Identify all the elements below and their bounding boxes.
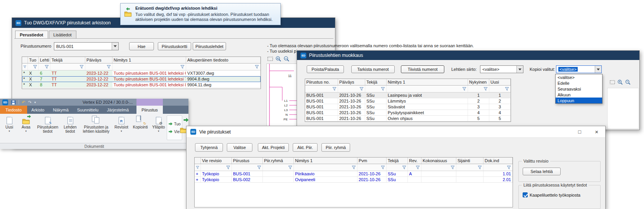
- customize-toolbar-icon[interactable]: ▾: [34, 100, 36, 104]
- tab-lisatiedot[interactable]: Lisätiedot: [49, 31, 76, 38]
- zoom-in-icon[interactable]: [617, 79, 623, 85]
- filter-cell[interactable]: [338, 86, 365, 92]
- col-header-sijainti[interactable]: Sijainti: [456, 158, 483, 164]
- col-header-kokonaisuus[interactable]: Kokonaisuus: [421, 158, 456, 164]
- table-row[interactable]: * X 8 TT 2023-12-22 Tuotu piirustuksen B…: [22, 82, 261, 88]
- filter-cell[interactable]: [387, 164, 408, 171]
- akt-piir-button[interactable]: Akt. Piir.: [293, 143, 318, 152]
- cell-expand[interactable]: +: [195, 171, 201, 176]
- filter-cell[interactable]: [408, 164, 421, 171]
- tab-perustiedot[interactable]: Perustiedot: [15, 31, 48, 39]
- table-row[interactable]: + Työkopio BUS-001 Piirikaavio 2021-10-2…: [195, 171, 513, 177]
- filter-cell[interactable]: [112, 63, 186, 70]
- lehtien-siirto-combobox[interactable]: <valitse>: [480, 65, 523, 73]
- table-row[interactable]: BUS-001 2021-10-26 SSu Ovien ohjaus 5 5: [305, 116, 511, 122]
- filter-cell[interactable]: [365, 86, 387, 92]
- export-arrow-icon[interactable]: [183, 117, 188, 123]
- table-row[interactable]: BUS-001 2021-10-26 SSu Pysäytyspainikkee…: [305, 110, 511, 116]
- col-header-paivays[interactable]: Päiväys: [85, 57, 112, 63]
- yllapito-button[interactable]: ⚙ Ylläpito ▾: [150, 115, 167, 132]
- col-header-nykyinen[interactable]: Nykyinen: [468, 79, 489, 85]
- filter-cell[interactable]: [468, 86, 489, 92]
- dropdown-option[interactable]: Seuraavaksi: [556, 86, 602, 92]
- dropdown-option[interactable]: Edelle: [556, 80, 602, 86]
- lehden-tiedot-button[interactable]: Lehden tiedot: [60, 115, 80, 134]
- col-header-dokind[interactable]: Dok.ind: [483, 158, 513, 164]
- tab-piirustus[interactable]: Piirustus: [136, 106, 163, 114]
- table-row[interactable]: + Työkopio BUS-002 Ovipaneeli 2021-10-26…: [195, 177, 513, 183]
- tab-arkisto[interactable]: Arkisto: [27, 106, 49, 114]
- col-header-vie-revisio[interactable]: Vie revisio: [201, 158, 232, 164]
- zoom-in-icon[interactable]: [275, 56, 281, 62]
- vie-button[interactable]: Vie: [168, 129, 181, 134]
- redo-icon[interactable]: ↷: [28, 100, 31, 104]
- piirustuskortti-button[interactable]: Piirustuskortti: [158, 42, 191, 50]
- checkbox-checked-icon[interactable]: [523, 192, 528, 197]
- col-header-no[interactable]: Piirustus no.: [305, 79, 338, 85]
- dropdown-option[interactable]: <valitse>: [556, 74, 602, 80]
- dropdown-option-selected[interactable]: Loppuun: [556, 98, 602, 103]
- sheets-dialog-titlebar[interactable]: ED Piirustuslehtien muokkaus: [297, 51, 639, 60]
- piirustusten-kasittely-button[interactable]: Piirustusten ja lehtien käsittely: [81, 115, 112, 134]
- zoom-out-icon[interactable]: [625, 79, 631, 85]
- tiivista-numerot-button[interactable]: Tiivistä numerot: [401, 65, 444, 73]
- filter-cell[interactable]: [28, 63, 39, 70]
- col-header-mark[interactable]: [22, 57, 28, 63]
- kopioi-valitut-combobox[interactable]: <valitse>: [556, 65, 602, 73]
- col-header-tekija[interactable]: Tekijä: [365, 79, 387, 85]
- export-dialog-titlebar[interactable]: ED Vie piirustukset □ ×: [186, 126, 605, 138]
- avaa-button[interactable]: Avaa ▾: [18, 115, 34, 132]
- piir-ryhma-button[interactable]: Piir. ryhmä: [321, 143, 350, 152]
- col-header-piirustus[interactable]: Piirustus: [232, 158, 263, 164]
- col-header-paivays[interactable]: Päiväys: [338, 79, 365, 85]
- col-header-mark[interactable]: [195, 158, 201, 164]
- chevron-down-icon[interactable]: [112, 43, 118, 50]
- filter-cell[interactable]: [294, 164, 357, 171]
- maximize-button[interactable]: □: [571, 126, 588, 137]
- close-button[interactable]: ×: [588, 126, 605, 137]
- table-row[interactable]: BUS-001 2021-10-26 SSu Lasinpesu ja valo…: [305, 93, 511, 98]
- filter-cell[interactable]: [50, 63, 85, 70]
- revisiot-button[interactable]: R Revisiot ▾: [112, 115, 130, 132]
- dropdown-option[interactable]: Alkuun: [556, 92, 602, 98]
- col-header-tekija[interactable]: Tekijä: [387, 158, 408, 164]
- col-header-rev[interactable]: Rev.: [408, 158, 421, 164]
- akt-projekti-button[interactable]: Akt. Projekti: [258, 143, 289, 152]
- col-header-tuo[interactable]: Tuo: [28, 57, 39, 63]
- save-icon[interactable]: [11, 100, 16, 105]
- cell-expand[interactable]: +: [195, 177, 201, 182]
- filter-cell[interactable]: [22, 63, 28, 70]
- piirustuslehdet-button[interactable]: Piirustuslehdet: [193, 42, 226, 50]
- col-header-nimitys[interactable]: Nimitys 1: [294, 158, 357, 164]
- chevron-down-icon[interactable]: [595, 66, 601, 73]
- filter-cell[interactable]: [263, 164, 294, 171]
- filter-cell[interactable]: [456, 164, 483, 171]
- table-row[interactable]: BUS-001 2021-10-26 SSu Sisävalot 3 3: [305, 104, 511, 110]
- col-header-nimitys[interactable]: Nimitys 1: [387, 79, 468, 85]
- kopiointi-button[interactable]: ↻ Kopiointi: [131, 115, 150, 129]
- filter-cell[interactable]: [387, 86, 468, 92]
- valitse-button[interactable]: Valitse: [227, 143, 252, 152]
- hae-button[interactable]: Hae: [129, 42, 154, 50]
- filter-cell[interactable]: [305, 86, 338, 92]
- col-header-piir-ryhma[interactable]: Piir.ryhmä: [263, 158, 294, 164]
- select-area-icon[interactable]: [609, 79, 615, 85]
- filter-cell[interactable]: [357, 164, 387, 171]
- filter-cell[interactable]: [195, 164, 201, 171]
- app-logo-icon[interactable]: ED: [2, 99, 8, 105]
- drawing-number-combobox[interactable]: BUS-001: [54, 42, 119, 50]
- poista-palauta-button[interactable]: Poista/Palauta: [307, 65, 344, 73]
- col-header-tekija[interactable]: Tekijä: [50, 57, 85, 63]
- tab-suunnittelu[interactable]: Suunnittelu: [73, 106, 103, 114]
- tab-nakyma[interactable]: Näkymä: [48, 106, 73, 114]
- col-header-lehti[interactable]: Lehti: [39, 57, 50, 63]
- selaa-lehtia-button[interactable]: Selaa lehtiä: [523, 168, 561, 175]
- col-header-pvm[interactable]: Pvm: [357, 158, 387, 164]
- table-row[interactable]: * X 6 TT 2023-12-22 Tuotu piirustuksen B…: [22, 70, 261, 76]
- chevron-down-icon[interactable]: [516, 66, 523, 73]
- sheets-preview[interactable]: [607, 88, 639, 129]
- col-header-uusi[interactable]: Uusi: [489, 79, 511, 85]
- filter-cell[interactable]: [483, 164, 513, 171]
- filter-cell[interactable]: [85, 63, 112, 70]
- filter-cell[interactable]: [489, 86, 511, 92]
